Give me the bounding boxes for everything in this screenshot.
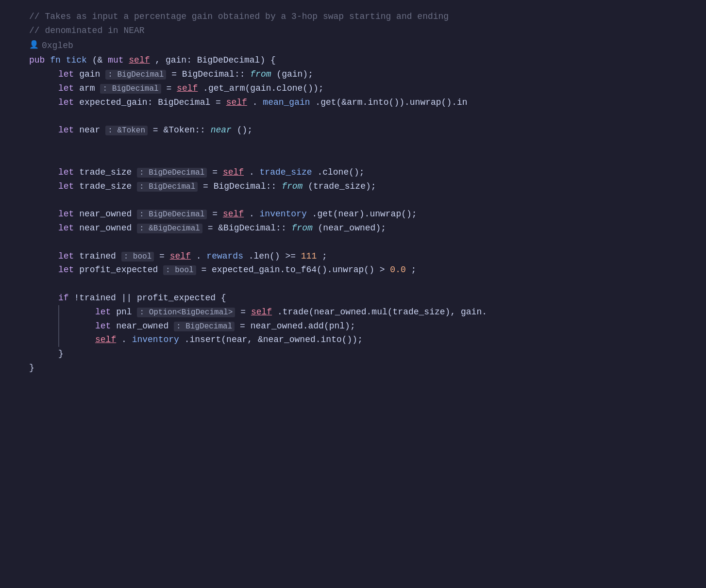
gain-let-line: let gain : BigDecimal = BigDecimal:: fro… <box>29 67 706 82</box>
trained-let-line: let trained : bool = self . rewards .len… <box>29 249 706 263</box>
fn-definition-line: pub fn tick (& mut self , gain: BigDeDec… <box>29 53 706 67</box>
type-tag-bigdedecimal-2: : BigDeDecimal <box>137 210 207 219</box>
self-inventory-insert-line: self . inventory .insert(near, &near_own… <box>66 333 706 347</box>
profit-expected-let-line: let profit_expected : bool = expected_ga… <box>29 263 706 277</box>
code-container: // Takes as input a percentage gain obta… <box>29 10 706 375</box>
fn-close-brace: } <box>29 361 706 375</box>
type-tag-bigdecimal-3: : BigDecimal <box>137 182 198 192</box>
blank-1 <box>29 110 706 124</box>
near-owned-1-let-line: let near_owned : BigDeDecimal = self . i… <box>29 207 706 221</box>
blank-4 <box>29 193 706 207</box>
if-block: let pnl : Option<BigDecimal> = self .tra… <box>58 305 706 347</box>
author-name: 0xgleb <box>42 39 73 53</box>
blank-5 <box>29 235 706 249</box>
trade-size-1-let-line: let trade_size : BigDeDecimal = self . t… <box>29 165 706 180</box>
type-tag-bigdecimal-4: : BigDecimal <box>174 322 235 331</box>
person-icon: 👤 <box>29 39 39 52</box>
type-tag-token: : &Token <box>105 126 148 135</box>
near-let-line: let near : &Token = &Token:: near (); <box>29 123 706 137</box>
near-owned-2-let-line: let near_owned : &BigDecimal = &BigDecim… <box>29 221 706 235</box>
type-tag-bigdecimal-1: : BigDecimal <box>105 70 166 80</box>
type-tag-bool-2: : bool <box>163 265 196 275</box>
expected-gain-let-line: let expected_gain: BigDecimal = self . m… <box>29 96 706 110</box>
blank-2 <box>29 137 706 151</box>
if-line: if !trained || profit_expected { <box>29 291 706 305</box>
comment-line-2: // denominated in NEAR <box>29 24 706 38</box>
comment-line-1: // Takes as input a percentage gain obta… <box>29 10 706 24</box>
author-line: 👤 0xgleb <box>29 39 706 53</box>
type-tag-bool-1: : bool <box>121 252 154 261</box>
near-owned-3-let-line: let near_owned : BigDecimal = near_owned… <box>66 319 706 333</box>
pnl-let-line: let pnl : Option<BigDecimal> = self .tra… <box>66 305 706 319</box>
if-close-brace: } <box>29 347 706 361</box>
type-tag-option-bigdecimal: : Option<BigDecimal> <box>137 308 235 317</box>
trade-size-2-let-line: let trade_size : BigDecimal = BigDecimal… <box>29 180 706 194</box>
blank-3 <box>29 151 706 165</box>
arm-let-line: let arm : BigDecimal = self .get_arm(gai… <box>29 82 706 96</box>
type-tag-bigdecimal-2: : BigDecimal <box>100 84 161 94</box>
type-tag-bigdedecimal-1: : BigDeDecimal <box>137 168 207 178</box>
blank-6 <box>29 277 706 291</box>
type-tag-ref-bigdecimal: : &BigDecimal <box>137 224 202 233</box>
